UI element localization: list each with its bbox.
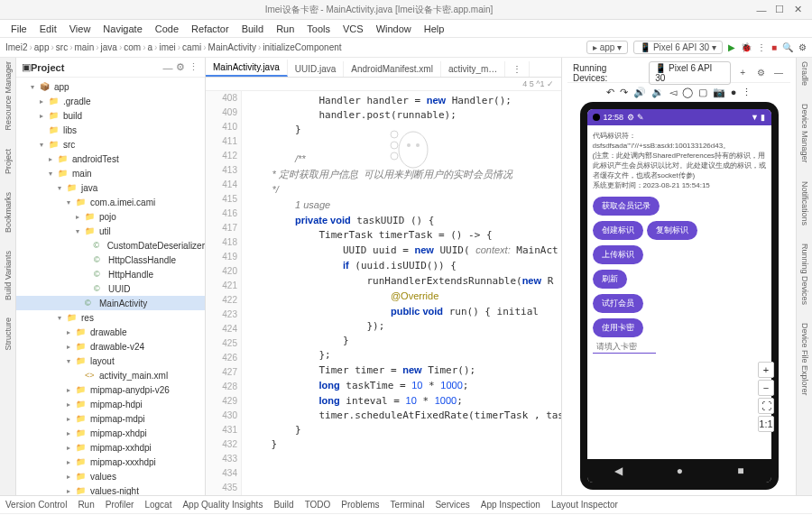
tool-window-layout-inspector[interactable]: Layout Inspector [551, 500, 618, 510]
line-gutter[interactable]: 4084094104114124134144154164174184194204… [206, 91, 242, 495]
hide-panel-icon[interactable]: — [772, 68, 785, 78]
tree-item[interactable]: ▸📁pojo [16, 209, 205, 224]
close-icon[interactable]: ✕ [789, 4, 807, 15]
side-tab[interactable]: Running Devices [800, 244, 809, 305]
tree-item[interactable]: ©UUID [16, 281, 205, 296]
tree-item[interactable]: ▸📁androidTest [16, 152, 205, 166]
zoom-1-1-button[interactable]: 1:1 [758, 416, 774, 432]
editor-tab[interactable]: AndroidManifest.xml [344, 61, 441, 77]
tree-item[interactable]: 📁libs [16, 123, 205, 137]
menu-run[interactable]: Run [271, 22, 300, 36]
tree-item[interactable]: ▸📁build [16, 108, 205, 123]
tree-item[interactable]: ▸📁mipmap-xxhdpi [16, 440, 205, 455]
tree-item[interactable]: ▾📁util [16, 224, 205, 238]
add-device-icon[interactable]: + [736, 68, 749, 78]
tree-item[interactable]: ©CustomDateDeserializer [16, 238, 205, 253]
breadcrumb-item[interactable]: MainActivity [208, 42, 256, 52]
gear-icon[interactable]: ⚙ [754, 68, 767, 78]
app-button[interactable]: 上传标识 [593, 245, 643, 264]
breadcrumb-item[interactable]: a [148, 42, 153, 52]
tool-window-run[interactable]: Run [78, 500, 94, 510]
volume-down-icon[interactable]: 🔉 [651, 87, 664, 98]
menu-view[interactable]: View [64, 22, 97, 36]
breadcrumb-item[interactable]: src [56, 42, 68, 52]
menu-navigate[interactable]: Navigate [97, 22, 147, 36]
debug-icon[interactable]: 🐞 [741, 42, 752, 52]
tree-item[interactable]: ▾📦app [16, 79, 205, 94]
breadcrumb-item[interactable]: initializeComponent [263, 42, 341, 52]
tree-item[interactable]: <>activity_main.xml [16, 368, 205, 382]
rotate-left-icon[interactable]: ↶ [606, 87, 614, 98]
breadcrumb-item[interactable]: cami [182, 42, 201, 52]
app-button[interactable]: 获取会员记录 [593, 197, 660, 216]
inspection-summary[interactable]: 4 5 ^1 ✓ [522, 79, 554, 88]
gear-icon[interactable]: ⚙ [174, 61, 187, 73]
tool-window-todo[interactable]: TODO [305, 500, 331, 510]
minimize-icon[interactable]: — [752, 5, 770, 15]
app-button[interactable]: 创建标识 [593, 221, 643, 240]
zoom-fit-button[interactable]: ⛶ [758, 398, 774, 414]
card-key-input[interactable] [593, 340, 656, 354]
side-tab[interactable]: Notifications [800, 181, 809, 225]
tree-item[interactable]: ©MainActivity [16, 296, 205, 310]
project-tree[interactable]: ▾📦app▸📁.gradle▸📁build📁libs▾📁src▸📁android… [16, 78, 205, 495]
tool-window-terminal[interactable]: Terminal [391, 500, 425, 510]
hide-icon[interactable]: ⋮ [187, 61, 199, 73]
breadcrumb-item[interactable]: app [34, 42, 50, 52]
maximize-icon[interactable]: ☐ [770, 4, 789, 15]
stop-icon[interactable]: ■ [771, 42, 777, 52]
breadcrumb-item[interactable]: com [124, 42, 141, 52]
nav-home-icon[interactable]: ● [677, 464, 683, 477]
tool-window-app-inspection[interactable]: App Inspection [481, 500, 540, 510]
tree-item[interactable]: ©HttpClassHandle [16, 253, 205, 267]
emulator-selector[interactable]: 📱 Pixel 6 API 30 [649, 61, 731, 85]
tree-item[interactable]: ▾📁main [16, 166, 205, 180]
tabs-overflow-icon[interactable]: ⋮ [505, 61, 530, 77]
app-button[interactable]: 复制标识 [647, 221, 697, 240]
breadcrumb-item[interactable]: Imei2 [5, 42, 27, 52]
app-button[interactable]: 试打会员 [593, 294, 643, 313]
tree-item[interactable]: ©HttpHandle [16, 267, 205, 281]
zoom-out-button[interactable]: − [758, 380, 774, 396]
menu-tools[interactable]: Tools [301, 22, 336, 36]
screenshot-icon[interactable]: 📷 [713, 87, 725, 98]
home-icon[interactable]: ◯ [682, 87, 693, 98]
side-tab[interactable]: Structure [4, 317, 13, 351]
tree-item[interactable]: ▸📁mipmap-hdpi [16, 397, 205, 411]
tool-window-build[interactable]: Build [273, 500, 293, 510]
record-icon[interactable]: ● [731, 87, 737, 98]
side-tab[interactable]: Device File Explorer [800, 323, 809, 396]
tree-item[interactable]: ▸📁mipmap-anydpi-v26 [16, 382, 205, 397]
tree-item[interactable]: ▾📁res [16, 310, 205, 325]
menu-window[interactable]: Window [371, 22, 417, 36]
side-tab[interactable]: Bookmarks [4, 192, 13, 233]
tool-window-profiler[interactable]: Profiler [106, 500, 134, 510]
side-tab[interactable]: Project [4, 149, 13, 174]
menu-file[interactable]: File [5, 22, 32, 36]
tool-window-app-quality-insights[interactable]: App Quality Insights [182, 500, 263, 510]
search-icon[interactable]: 🔍 [782, 42, 793, 52]
tree-item[interactable]: ▸📁drawable [16, 325, 205, 339]
menu-help[interactable]: Help [419, 22, 450, 36]
tree-item[interactable]: ▸📁mipmap-xxxhdpi [16, 455, 205, 469]
tree-item[interactable]: ▸📁values-night [16, 483, 205, 495]
nav-overview-icon[interactable]: ■ [737, 464, 743, 477]
editor-tab[interactable]: UUID.java [288, 61, 345, 77]
volume-up-icon[interactable]: 🔊 [633, 87, 646, 98]
app-button[interactable]: 使用卡密 [593, 318, 643, 337]
back-icon[interactable]: ◅ [669, 87, 677, 98]
settings-icon[interactable]: ⚙ [798, 42, 807, 52]
tree-item[interactable]: ▸📁drawable-v24 [16, 339, 205, 354]
tool-window-version-control[interactable]: Version Control [5, 500, 67, 510]
run-icon[interactable]: ▶ [728, 42, 735, 52]
menu-refactor[interactable]: Refactor [186, 22, 235, 36]
collapse-icon[interactable]: — [161, 62, 174, 73]
tree-item[interactable]: ▾📁src [16, 137, 205, 152]
side-tab[interactable]: Device Manager [800, 104, 809, 163]
breadcrumb-item[interactable]: main [75, 42, 95, 52]
overview-icon[interactable]: ▢ [698, 87, 707, 98]
device-selector[interactable]: 📱 Pixel 6 API 30 ▾ [633, 41, 723, 54]
run-config-selector[interactable]: ▸ app ▾ [586, 41, 628, 54]
side-tab[interactable]: Gradle [800, 61, 809, 86]
rotate-right-icon[interactable]: ↷ [620, 87, 628, 98]
